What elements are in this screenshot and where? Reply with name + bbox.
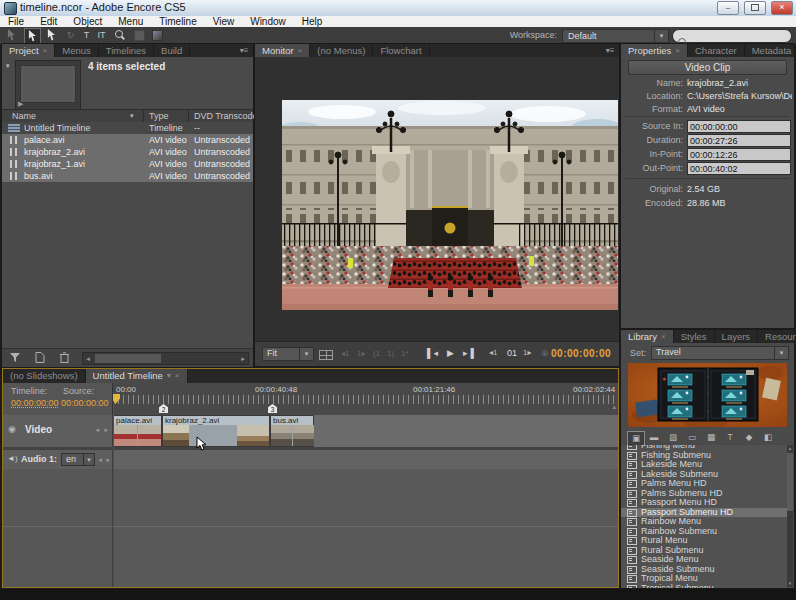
track-prev-icon[interactable]: ◂ bbox=[98, 456, 102, 464]
marker-add-icon[interactable]: ▴ bbox=[612, 403, 616, 411]
next-chapter-icon[interactable]: 1▸ bbox=[523, 348, 531, 357]
column-dvd-transcode[interactable]: DVD Transcode S bbox=[188, 110, 254, 122]
direct-select-tool[interactable] bbox=[24, 28, 41, 44]
source-timecode[interactable]: 00:00:00:00 bbox=[61, 398, 109, 408]
menu-window[interactable]: Window bbox=[242, 16, 294, 27]
scroll-left-icon[interactable]: ◂ bbox=[83, 353, 93, 364]
tab-monitor[interactable]: Monitor× bbox=[255, 44, 310, 57]
tab-dropdown-icon[interactable]: ▾ bbox=[167, 369, 171, 383]
edit-in-photoshop-tool[interactable] bbox=[150, 28, 165, 42]
show-buttons-icon[interactable]: ▬ bbox=[646, 431, 662, 444]
panel-menu-icon[interactable]: ▾≡ bbox=[235, 44, 253, 57]
disclosure-icon[interactable]: ▾ bbox=[6, 62, 10, 70]
timeline-timecode[interactable]: 00:00:00:00 bbox=[11, 398, 59, 408]
tab-build[interactable]: Build bbox=[154, 44, 190, 57]
tab-close-icon[interactable]: × bbox=[661, 330, 666, 343]
scrollbar-thumb[interactable] bbox=[787, 453, 793, 511]
show-layer-groups-icon[interactable]: ▦ bbox=[703, 431, 719, 444]
table-row[interactable]: krajobraz_1.avi AVI video Untranscoded bbox=[2, 158, 253, 170]
track-prev-icon[interactable]: ◂ bbox=[95, 426, 99, 434]
tab-library[interactable]: Library× bbox=[621, 330, 674, 343]
timeline-clip[interactable]: palace.avi bbox=[113, 415, 162, 447]
tab-close-icon[interactable]: × bbox=[298, 44, 303, 57]
duration-field[interactable] bbox=[687, 134, 791, 147]
eye-icon[interactable]: ◉ bbox=[8, 424, 16, 434]
workspace-dropdown[interactable]: Default ▾ bbox=[562, 29, 669, 43]
close-button[interactable]: × bbox=[771, 1, 793, 15]
tab-layers[interactable]: Layers bbox=[715, 330, 759, 343]
tab-close-icon[interactable]: × bbox=[675, 44, 680, 57]
zoom-tool[interactable] bbox=[111, 28, 126, 42]
audio-track[interactable] bbox=[112, 450, 618, 469]
trash-icon[interactable] bbox=[60, 352, 69, 363]
play-icon[interactable]: ▶ bbox=[447, 348, 454, 358]
title-bar[interactable]: timeline.ncor - Adobe Encore CS5 – × bbox=[0, 0, 796, 17]
column-type[interactable]: Type bbox=[143, 110, 169, 122]
table-row[interactable]: palace.avi AVI video Untranscoded bbox=[2, 134, 253, 146]
move-tool[interactable] bbox=[44, 28, 59, 42]
library-list[interactable]: Fishing Menu Fishing Submenu Lakeside Me… bbox=[621, 445, 787, 588]
project-table-header[interactable]: Name ▾ Type DVD Transcode S bbox=[2, 109, 253, 123]
tab-styles[interactable]: Styles bbox=[674, 330, 715, 343]
timeline-clip[interactable]: krajobraz_2.avi bbox=[162, 415, 270, 447]
tab-timelines[interactable]: Timelines bbox=[99, 44, 154, 57]
tab-close-icon[interactable]: × bbox=[43, 44, 48, 57]
in-point-field[interactable] bbox=[687, 148, 791, 161]
list-item[interactable]: Tropical Submenu bbox=[621, 584, 787, 589]
safe-area-icon[interactable] bbox=[319, 350, 333, 360]
filter-funnel-icon[interactable] bbox=[10, 353, 21, 363]
table-row[interactable]: Untitled Timeline Timeline -- bbox=[2, 122, 253, 134]
menu-file[interactable]: File bbox=[0, 16, 32, 27]
edit-menu-tool[interactable] bbox=[132, 28, 147, 42]
menu-help[interactable]: Help bbox=[294, 16, 331, 27]
tab-flowchart[interactable]: Flowchart bbox=[373, 44, 429, 57]
scroll-down-icon[interactable]: ▾ bbox=[787, 578, 793, 589]
rotate-tool[interactable]: ↻ bbox=[63, 28, 78, 42]
scroll-right-icon[interactable]: ▸ bbox=[238, 353, 248, 364]
audio-language-dropdown[interactable]: en ▾ bbox=[61, 453, 95, 466]
menu-view[interactable]: View bbox=[205, 16, 243, 27]
menu-menu[interactable]: Menu bbox=[110, 16, 151, 27]
chapter-marker[interactable]: 2 bbox=[159, 404, 168, 413]
show-menus-icon[interactable]: ▣ bbox=[627, 431, 645, 446]
track-next-icon[interactable]: ▸ bbox=[104, 426, 108, 434]
tab-metadata[interactable]: Metadata bbox=[745, 44, 796, 57]
chapter-marker[interactable]: 3 bbox=[268, 404, 277, 413]
show-shapes-icon[interactable]: ◆ bbox=[741, 431, 757, 444]
track-next-icon[interactable]: ▸ bbox=[106, 456, 110, 464]
tab-menus[interactable]: Menus bbox=[55, 44, 99, 57]
new-item-icon[interactable] bbox=[35, 352, 45, 363]
text-tool[interactable]: T bbox=[79, 28, 94, 42]
tab-close-icon[interactable]: × bbox=[175, 369, 180, 383]
tab-no-slideshows[interactable]: (no Slideshows) bbox=[3, 369, 86, 383]
add-chapter-icon[interactable]: ⊕ bbox=[541, 348, 549, 358]
show-images-icon[interactable]: ▨ bbox=[665, 431, 681, 444]
table-row[interactable]: bus.avi AVI video Untranscoded bbox=[2, 170, 253, 182]
vertical-text-tool[interactable]: IT bbox=[94, 28, 109, 42]
previous-chapter-icon[interactable]: ◂1 bbox=[489, 348, 497, 357]
minimize-button[interactable]: – bbox=[717, 1, 739, 15]
tab-project[interactable]: Project× bbox=[2, 44, 55, 57]
out-point-field[interactable] bbox=[687, 162, 791, 175]
show-text-icon[interactable]: T bbox=[722, 431, 738, 444]
step-back-icon[interactable]: ▌◂ bbox=[427, 348, 438, 358]
tab-character[interactable]: Character bbox=[688, 44, 745, 57]
subtitle-toggle-icon[interactable]: 1) bbox=[387, 349, 394, 358]
subtitle-toggle-icon[interactable]: 1* bbox=[401, 349, 409, 358]
speaker-icon[interactable]: ◄) bbox=[7, 454, 18, 463]
subtitle-toggle-icon[interactable]: 1▸ bbox=[357, 349, 365, 358]
zoom-level-dropdown[interactable]: Fit ▾ bbox=[262, 347, 314, 361]
preview-play-icon[interactable]: ▶ bbox=[18, 100, 23, 108]
menu-edit[interactable]: Edit bbox=[32, 16, 65, 27]
tab-resource[interactable]: Resource bbox=[758, 330, 796, 343]
selection-tool[interactable] bbox=[4, 28, 19, 42]
search-input[interactable] bbox=[689, 30, 789, 42]
tab-untitled-timeline[interactable]: Untitled Timeline▾× bbox=[86, 369, 188, 383]
set-dropdown[interactable]: Travel ▾ bbox=[651, 346, 789, 360]
menu-object[interactable]: Object bbox=[65, 16, 110, 27]
tab-no-menus[interactable]: (no Menus) bbox=[310, 44, 373, 57]
subtitle-toggle-icon[interactable]: (1 bbox=[373, 349, 380, 358]
restore-button[interactable] bbox=[744, 1, 766, 15]
timeline-clip[interactable]: bus.avi bbox=[270, 415, 314, 447]
panel-menu-icon[interactable]: ▾≡ bbox=[601, 44, 619, 57]
